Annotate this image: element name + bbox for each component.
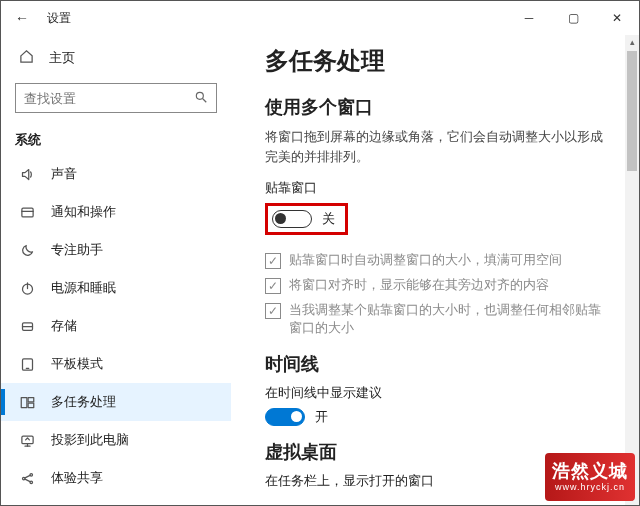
timeline-label: 在时间线中显示建议 — [265, 384, 631, 402]
scroll-down-arrow[interactable]: ▾ — [625, 491, 639, 505]
svg-line-19 — [25, 479, 30, 482]
search-icon — [194, 90, 208, 107]
scroll-up-arrow[interactable]: ▴ — [625, 35, 639, 49]
moon-icon — [19, 243, 35, 258]
sidebar-item-storage[interactable]: 存储 — [1, 307, 231, 345]
svg-line-1 — [203, 98, 207, 102]
timeline-section-title: 时间线 — [265, 352, 631, 376]
checkbox-icon: ✓ — [265, 278, 281, 294]
content-scrollbar[interactable]: ▴ ▾ — [625, 35, 639, 505]
sidebar-item-label: 体验共享 — [51, 469, 103, 487]
svg-rect-13 — [21, 436, 32, 444]
snap-toggle-state: 关 — [322, 210, 335, 228]
sidebar-item-project[interactable]: 投影到此电脑 — [1, 421, 231, 459]
close-button[interactable]: ✕ — [595, 3, 639, 33]
sidebar-item-moon[interactable]: 专注助手 — [1, 231, 231, 269]
volume-icon — [19, 167, 35, 182]
notify-icon — [19, 205, 35, 220]
snap-checkbox-1: ✓将窗口对齐时，显示能够在其旁边对齐的内容 — [265, 276, 631, 295]
sidebar-item-label: 投影到此电脑 — [51, 431, 129, 449]
svg-rect-2 — [21, 208, 32, 217]
snap-toggle-label: 贴靠窗口 — [265, 179, 631, 197]
snap-checkbox-0: ✓贴靠窗口时自动调整窗口的大小，填满可用空间 — [265, 251, 631, 270]
svg-line-18 — [25, 475, 30, 478]
svg-point-0 — [196, 92, 203, 99]
timeline-toggle-state: 开 — [315, 408, 328, 426]
svg-rect-10 — [21, 397, 27, 407]
snap-description: 将窗口拖到屏幕的边缘或角落，它们会自动调整大小以形成完美的并排排列。 — [265, 127, 631, 167]
nav-header: 系统 — [1, 123, 231, 155]
checkbox-label: 将窗口对齐时，显示能够在其旁边对齐的内容 — [289, 276, 549, 295]
sidebar-item-label: 电源和睡眠 — [51, 279, 116, 297]
highlight-annotation: 关 — [265, 203, 348, 235]
checkbox-icon: ✓ — [265, 253, 281, 269]
window-controls: ─ ▢ ✕ — [507, 3, 639, 33]
home-link[interactable]: 主页 — [1, 41, 231, 79]
titlebar: ← 设置 ─ ▢ ✕ — [1, 1, 639, 35]
minimize-button[interactable]: ─ — [507, 3, 551, 33]
sidebar-item-label: 存储 — [51, 317, 77, 335]
home-label: 主页 — [49, 49, 75, 67]
sidebar-item-label: 平板模式 — [51, 355, 103, 373]
svg-rect-12 — [28, 403, 34, 407]
content-scroll-thumb[interactable] — [627, 51, 637, 171]
sidebar-item-power[interactable]: 电源和睡眠 — [1, 269, 231, 307]
sidebar-item-share[interactable]: 体验共享 — [1, 459, 231, 497]
virtualdesktop-section-title: 虚拟桌面 — [265, 440, 631, 464]
home-icon — [19, 49, 35, 67]
virtualdesktop-label: 在任务栏上，显示打开的窗口 — [265, 472, 631, 490]
tablet-icon — [19, 357, 35, 372]
sidebar-item-label: 通知和操作 — [51, 203, 116, 221]
back-button[interactable]: ← — [9, 8, 35, 28]
window-title: 设置 — [47, 10, 71, 27]
multitask-icon — [19, 395, 35, 410]
sidebar-item-label: 声音 — [51, 165, 77, 183]
snap-section-title: 使用多个窗口 — [265, 95, 631, 119]
share-icon — [19, 471, 35, 486]
power-icon — [19, 281, 35, 296]
content: 多任务处理 使用多个窗口 将窗口拖到屏幕的边缘或角落，它们会自动调整大小以形成完… — [231, 35, 639, 505]
sidebar-item-notify[interactable]: 通知和操作 — [1, 193, 231, 231]
sidebar-item-tablet[interactable]: 平板模式 — [1, 345, 231, 383]
timeline-toggle[interactable] — [265, 408, 305, 426]
project-icon — [19, 433, 35, 448]
checkbox-icon: ✓ — [265, 303, 281, 319]
search-input[interactable] — [24, 91, 194, 106]
sidebar-item-volume[interactable]: 声音 — [1, 155, 231, 193]
search-box[interactable] — [15, 83, 217, 113]
maximize-button[interactable]: ▢ — [551, 3, 595, 33]
storage-icon — [19, 319, 35, 334]
checkbox-label: 当我调整某个贴靠窗口的大小时，也调整任何相邻贴靠窗口的大小 — [289, 301, 607, 339]
snap-checkbox-2: ✓当我调整某个贴靠窗口的大小时，也调整任何相邻贴靠窗口的大小 — [265, 301, 631, 339]
checkbox-label: 贴靠窗口时自动调整窗口的大小，填满可用空间 — [289, 251, 562, 270]
sidebar-item-label: 专注助手 — [51, 241, 103, 259]
sidebar-item-label: 多任务处理 — [51, 393, 116, 411]
sidebar-item-multitask[interactable]: 多任务处理 — [1, 383, 231, 421]
page-title: 多任务处理 — [265, 45, 631, 77]
snap-toggle[interactable] — [272, 210, 312, 228]
sidebar: 主页 系统 声音通知和操作专注助手电源和睡眠存储平板模式多任务处理投影到此电脑体… — [1, 35, 231, 505]
svg-rect-11 — [28, 397, 34, 401]
